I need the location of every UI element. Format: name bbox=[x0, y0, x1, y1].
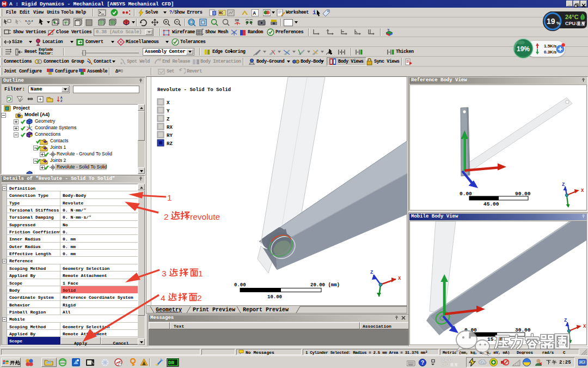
svg-text:20.00 (mm): 20.00 (mm) bbox=[310, 282, 340, 288]
svg-text:?: ? bbox=[421, 360, 424, 366]
svg-text:0.00: 0.00 bbox=[464, 327, 477, 333]
svg-text:%: % bbox=[556, 21, 560, 26]
svg-text:Z: Z bbox=[370, 270, 373, 275]
svg-text:Y: Y bbox=[565, 209, 568, 210]
svg-text:Z: Z bbox=[60, 99, 63, 103]
svg-text:x,y,z: x,y,z bbox=[25, 19, 33, 23]
svg-text:Z: Z bbox=[564, 318, 567, 323]
svg-text:X: X bbox=[583, 324, 586, 329]
svg-text:Report Preview: Report Preview bbox=[243, 307, 289, 313]
svg-text:Z: Z bbox=[167, 117, 169, 122]
svg-text:0.00: 0.00 bbox=[234, 282, 246, 288]
svg-text:RX: RX bbox=[167, 125, 173, 130]
svg-text:RC: RC bbox=[219, 11, 223, 15]
svg-text:ISO: ISO bbox=[235, 19, 239, 22]
svg-text:10.00: 10.00 bbox=[267, 294, 282, 300]
svg-text:45.00: 45.00 bbox=[483, 201, 499, 207]
svg-text:15.00: 15.00 bbox=[487, 336, 503, 342]
svg-text:90.00: 90.00 bbox=[515, 191, 531, 197]
svg-text:Print Preview: Print Preview bbox=[193, 307, 235, 313]
svg-text:RY: RY bbox=[167, 133, 173, 138]
svg-text:24°C: 24°C bbox=[442, 357, 452, 363]
svg-text:19: 19 bbox=[547, 17, 555, 26]
svg-text:30.00: 30.00 bbox=[515, 327, 531, 333]
svg-text:Geometry: Geometry bbox=[156, 307, 182, 313]
svg-text:0.00: 0.00 bbox=[460, 191, 472, 197]
svg-text:X: X bbox=[167, 100, 170, 106]
svg-text:Z: Z bbox=[562, 182, 565, 188]
svg-text:Revolute - Solid To Solid: Revolute - Solid To Solid bbox=[157, 87, 231, 93]
svg-text:RZ: RZ bbox=[167, 141, 173, 147]
svg-text:X: X bbox=[398, 276, 401, 281]
svg-text:Y: Y bbox=[167, 108, 170, 114]
svg-text:X: X bbox=[581, 188, 584, 194]
svg-text:CPU: CPU bbox=[441, 363, 449, 366]
svg-text:DR: DR bbox=[168, 360, 174, 366]
svg-text:19%: 19% bbox=[517, 45, 530, 53]
